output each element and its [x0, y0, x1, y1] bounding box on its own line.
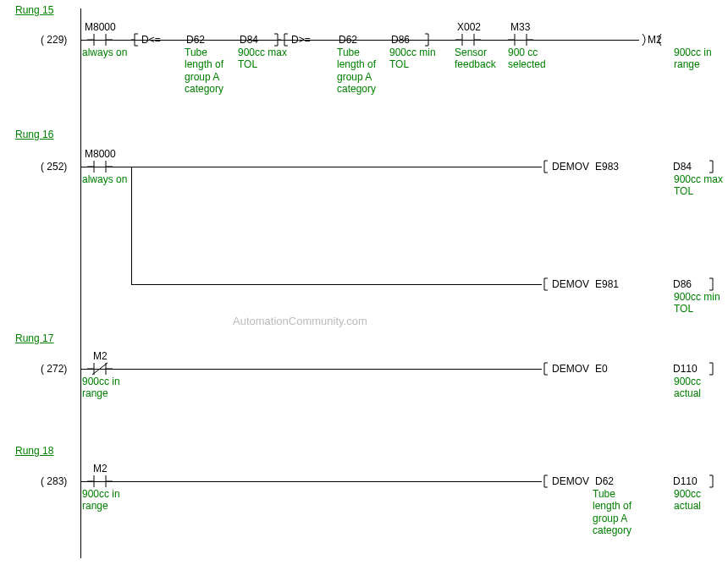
- r17-box1-dst: D110: [673, 363, 698, 375]
- watermark-text: AutomationCommunity.com: [233, 315, 367, 327]
- contact-no-icon: [508, 32, 533, 47]
- r15-coil-comment: 900cc in range: [674, 47, 725, 71]
- contact-no-icon: [87, 474, 113, 489]
- rung18-wire: [80, 481, 542, 482]
- rung-16-step: ( 252): [41, 161, 67, 173]
- r15-e6-comment: Sensor feedback: [455, 47, 505, 71]
- svg-line-22: [92, 363, 108, 375]
- r18-box1-srccomment: Tube length of group A category: [593, 488, 643, 537]
- r15-e5-id: D86: [391, 34, 410, 46]
- rung-17-step: ( 272): [41, 363, 67, 375]
- function-box-icon: [542, 159, 550, 174]
- r16-box2-src: E981: [595, 278, 619, 290]
- r15-coil-id: M2: [648, 34, 662, 46]
- rung16-branch-vert: [131, 167, 132, 284]
- r18-box1-comment: 900cc actual: [674, 488, 725, 513]
- rung16-branch-wire: [131, 284, 542, 285]
- rung15-wire: [80, 40, 639, 41]
- rung-17-label[interactable]: Rung 17: [15, 332, 53, 344]
- rung-18-label[interactable]: Rung 18: [15, 445, 53, 457]
- contact-no-icon: [455, 32, 481, 47]
- rung-15-label[interactable]: Rung 15: [15, 4, 53, 16]
- compare-box2-close-icon: [423, 32, 432, 47]
- r16-box2-dst: D86: [673, 278, 692, 290]
- contact-no-icon: [87, 159, 113, 174]
- r15-e3-comment: 900cc max TOL: [238, 47, 289, 71]
- r15-e3-id: D84: [240, 34, 258, 46]
- r17-box1-comment: 900cc actual: [674, 376, 725, 400]
- r15-e5-comment: 900cc min TOL: [389, 47, 440, 71]
- rung16-wire: [80, 167, 542, 167]
- r15-e6-id: X002: [457, 21, 481, 33]
- r15-e7-id: M33: [510, 21, 530, 33]
- function-box-close-icon: [707, 277, 715, 292]
- r17-box1-op: DEMOV: [552, 363, 589, 375]
- r16-e1-id: M8000: [85, 148, 116, 160]
- r18-e1-id: M2: [93, 463, 108, 474]
- r15-e1-id: M8000: [85, 21, 116, 33]
- compare-box-close-icon: [273, 32, 281, 47]
- r16-box1-op: DEMOV: [552, 161, 589, 173]
- r15-e4-id: D62: [339, 34, 357, 46]
- r15-cmp1: D<=: [141, 34, 161, 46]
- function-box-close-icon: [707, 361, 715, 376]
- power-rail-left: [80, 8, 81, 558]
- r16-e1-comment: always on: [82, 173, 133, 185]
- r18-box1-op: DEMOV: [552, 475, 589, 487]
- r17-e1-id: M2: [93, 350, 108, 362]
- r15-e1-comment: always on: [82, 47, 133, 58]
- rung-18-step: ( 283): [41, 475, 67, 487]
- r17-e1-comment: 900cc in range: [82, 376, 133, 400]
- r16-box1-src: E983: [595, 161, 619, 173]
- r18-e1-comment: 900cc in range: [82, 488, 133, 513]
- r15-cmp2: D>=: [291, 34, 311, 46]
- function-box-icon: [542, 361, 550, 376]
- function-box-close-icon: [707, 159, 715, 174]
- contact-nc-icon: [87, 361, 113, 376]
- function-box-close-icon: [707, 474, 715, 489]
- function-box-icon: [542, 474, 550, 489]
- r18-box1-src: D62: [595, 475, 614, 487]
- r15-e2-comment: Tube length of group A category: [185, 47, 235, 96]
- rung-15-step: ( 229): [41, 34, 67, 46]
- r15-e2-id: D62: [186, 34, 205, 46]
- r16-box1-comment: 900cc max TOL: [674, 173, 725, 198]
- r15-e4-comment: Tube length of group A category: [337, 47, 388, 96]
- r16-box2-op: DEMOV: [552, 278, 589, 290]
- function-box-icon: [542, 277, 550, 292]
- rung-16-label[interactable]: Rung 16: [15, 129, 53, 140]
- rung17-wire: [80, 369, 542, 370]
- r16-box1-dst: D84: [673, 161, 692, 173]
- contact-no-icon: [87, 32, 113, 47]
- r16-box2-comment: 900cc min TOL: [674, 291, 725, 315]
- r17-box1-src: E0: [595, 363, 608, 375]
- r18-box1-dst: D110: [673, 475, 698, 487]
- r15-e7-comment: 900 cc selected: [508, 47, 559, 71]
